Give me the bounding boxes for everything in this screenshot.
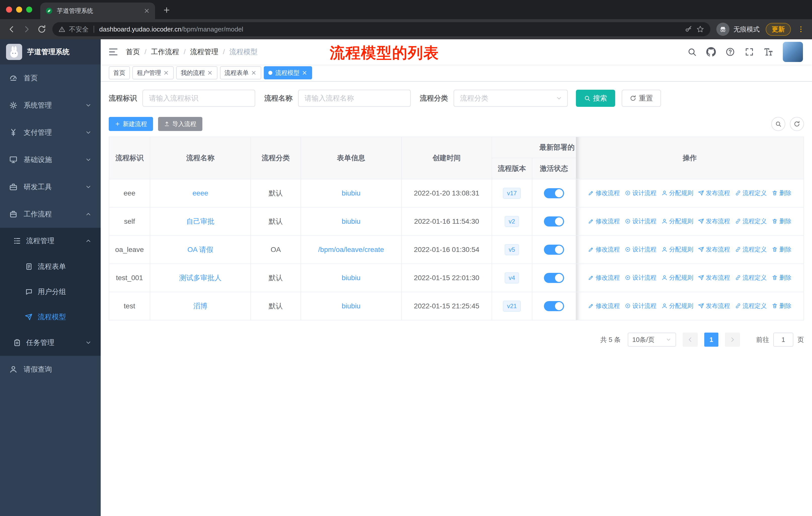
tag-home[interactable]: 首页 [109, 66, 130, 79]
process-category-select[interactable]: 流程分类 [454, 90, 568, 107]
password-key-icon[interactable] [685, 25, 693, 33]
delete-link[interactable]: 删除 [772, 302, 791, 310]
design-process-link[interactable]: 设计流程 [625, 245, 657, 253]
design-process-link[interactable]: 设计流程 [625, 189, 657, 197]
tag-tenant[interactable]: 租户管理 [133, 66, 174, 79]
create-process-button[interactable]: 新建流程 [109, 117, 153, 131]
fullscreen-icon[interactable] [745, 47, 754, 57]
process-name-link[interactable]: 滔博 [193, 302, 207, 310]
sidebar-item-payment[interactable]: 支付管理 [0, 119, 101, 146]
design-process-link[interactable]: 设计流程 [625, 217, 657, 225]
form-info-link[interactable]: biubiu [342, 302, 360, 310]
back-icon[interactable] [7, 25, 16, 34]
search-icon[interactable] [687, 47, 697, 57]
delete-link[interactable]: 删除 [772, 217, 791, 225]
process-name-link[interactable]: 自己审批 [186, 217, 214, 225]
process-name-input[interactable] [298, 90, 411, 107]
modify-process-link[interactable]: 修改流程 [588, 189, 620, 197]
modify-process-link[interactable]: 修改流程 [588, 217, 620, 225]
github-icon[interactable] [706, 47, 716, 57]
url-text[interactable]: dashboard.yudao.iocoder.cn/bpm/manager/m… [99, 25, 243, 33]
modify-process-link[interactable]: 修改流程 [588, 245, 620, 253]
close-window-button[interactable] [6, 6, 12, 12]
process-id-input[interactable] [142, 90, 255, 107]
goto-page-input[interactable] [773, 332, 793, 347]
breadcrumb-item[interactable]: 首页 [126, 47, 140, 57]
security-label[interactable]: 不安全 [69, 25, 89, 34]
assign-rule-link[interactable]: 分配规则 [662, 302, 693, 310]
publish-process-link[interactable]: 发布流程 [698, 217, 730, 225]
tab-close-icon[interactable] [143, 7, 150, 14]
sidebar-item-process-form[interactable]: 流程表单 [0, 254, 101, 279]
process-name-link[interactable]: eeee [193, 189, 208, 197]
form-info-link[interactable]: /bpm/oa/leave/create [318, 246, 384, 253]
app-logo[interactable]: 芋道管理系统 [0, 39, 101, 64]
modify-process-link[interactable]: 修改流程 [588, 302, 620, 310]
active-toggle[interactable] [544, 188, 564, 198]
help-question-icon[interactable] [725, 47, 735, 57]
sidebar-item-home[interactable]: 首页 [0, 64, 101, 92]
import-process-button[interactable]: 导入流程 [158, 117, 202, 131]
delete-link[interactable]: 删除 [772, 274, 791, 282]
search-button[interactable]: 搜索 [576, 90, 615, 107]
design-process-link[interactable]: 设计流程 [625, 302, 657, 310]
sidebar-item-devtools[interactable]: 研发工具 [0, 173, 101, 200]
process-definition-link[interactable]: 流程定义 [735, 302, 767, 310]
form-info-link[interactable]: biubiu [342, 274, 360, 282]
sidebar-item-workflow[interactable]: 工作流程 [0, 200, 101, 228]
close-icon[interactable] [207, 70, 213, 76]
publish-process-link[interactable]: 发布流程 [698, 302, 730, 310]
process-definition-link[interactable]: 流程定义 [735, 274, 767, 282]
publish-process-link[interactable]: 发布流程 [698, 245, 730, 253]
process-definition-link[interactable]: 流程定义 [735, 189, 767, 197]
assign-rule-link[interactable]: 分配规则 [662, 274, 693, 282]
form-info-link[interactable]: biubiu [342, 189, 360, 197]
prev-page-button[interactable] [683, 332, 698, 347]
sidebar-item-task-management[interactable]: 任务管理 [0, 330, 101, 356]
active-toggle[interactable] [544, 245, 564, 255]
publish-process-link[interactable]: 发布流程 [698, 274, 730, 282]
breadcrumb-item[interactable]: 工作流程 [151, 47, 179, 57]
active-toggle[interactable] [544, 216, 564, 226]
sidebar-item-system[interactable]: 系统管理 [0, 92, 101, 119]
browser-menu-icon[interactable] [797, 25, 805, 33]
sidebar-item-user-group[interactable]: 用户分组 [0, 279, 101, 304]
modify-process-link[interactable]: 修改流程 [588, 274, 620, 282]
process-name-link[interactable]: OA 请假 [187, 246, 213, 253]
sidebar-item-leave-query[interactable]: 请假查询 [0, 356, 101, 383]
reload-icon[interactable] [37, 25, 46, 34]
process-name-link[interactable]: 测试多审批人 [179, 274, 222, 282]
close-icon[interactable] [301, 70, 308, 76]
reset-button[interactable]: 重置 [622, 90, 661, 107]
sidebar-item-process-management[interactable]: 流程管理 [0, 228, 101, 254]
hide-search-button[interactable] [771, 117, 785, 131]
font-size-icon[interactable] [764, 47, 773, 57]
process-definition-link[interactable]: 流程定义 [735, 217, 767, 225]
refresh-table-button[interactable] [790, 117, 804, 131]
close-icon[interactable] [163, 70, 169, 76]
active-toggle[interactable] [544, 273, 564, 283]
tag-process-form[interactable]: 流程表单 [220, 66, 261, 79]
delete-link[interactable]: 删除 [772, 189, 791, 197]
browser-tab[interactable]: 芋道管理系统 [40, 2, 155, 19]
new-tab-button[interactable] [159, 2, 174, 18]
sidebar-item-process-model[interactable]: 流程模型 [0, 304, 101, 330]
sidebar-item-infrastructure[interactable]: 基础设施 [0, 146, 101, 173]
assign-rule-link[interactable]: 分配规则 [662, 245, 693, 253]
page-number-button[interactable]: 1 [704, 332, 718, 347]
update-button[interactable]: 更新 [766, 23, 791, 36]
assign-rule-link[interactable]: 分配规则 [662, 189, 693, 197]
design-process-link[interactable]: 设计流程 [625, 274, 657, 282]
sidebar-toggle-button[interactable] [101, 47, 126, 57]
delete-link[interactable]: 删除 [772, 245, 791, 253]
page-size-select[interactable]: 10条/页 [628, 332, 676, 347]
form-info-link[interactable]: biubiu [342, 217, 360, 225]
forward-icon[interactable] [22, 25, 31, 34]
breadcrumb-item[interactable]: 流程管理 [190, 47, 219, 57]
tag-my-process[interactable]: 我的流程 [176, 66, 218, 79]
close-icon[interactable] [251, 70, 257, 76]
next-page-button[interactable] [725, 332, 740, 347]
minimize-window-button[interactable] [16, 6, 22, 12]
tag-process-model[interactable]: 流程模型 [264, 66, 312, 79]
maximize-window-button[interactable] [26, 6, 32, 12]
